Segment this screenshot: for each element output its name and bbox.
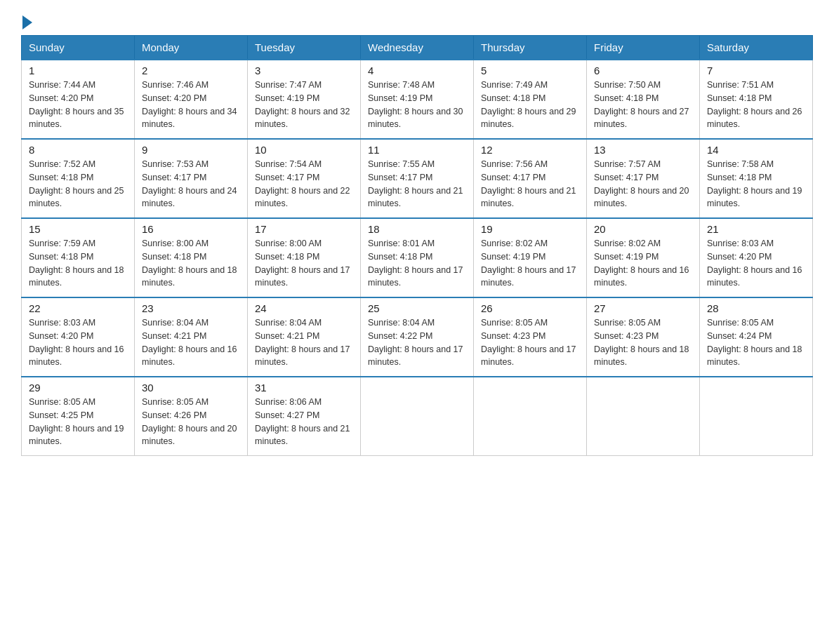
calendar-day-cell: 24 Sunrise: 8:04 AM Sunset: 4:21 PM Dayl… <box>248 297 361 377</box>
day-info: Sunrise: 7:54 AM Sunset: 4:17 PM Dayligh… <box>255 158 353 210</box>
calendar-week-row: 1 Sunrise: 7:44 AM Sunset: 4:20 PM Dayli… <box>22 60 813 139</box>
calendar-day-cell: 18 Sunrise: 8:01 AM Sunset: 4:18 PM Dayl… <box>361 218 474 297</box>
day-number: 8 <box>29 144 127 156</box>
day-info: Sunrise: 8:00 AM Sunset: 4:18 PM Dayligh… <box>255 237 353 290</box>
calendar-day-cell: 14 Sunrise: 7:58 AM Sunset: 4:18 PM Dayl… <box>700 139 813 218</box>
calendar-day-cell: 13 Sunrise: 7:57 AM Sunset: 4:17 PM Dayl… <box>587 139 700 218</box>
day-number: 27 <box>594 302 692 314</box>
calendar-day-cell: 6 Sunrise: 7:50 AM Sunset: 4:18 PM Dayli… <box>587 60 700 139</box>
calendar-day-cell: 9 Sunrise: 7:53 AM Sunset: 4:17 PM Dayli… <box>135 139 248 218</box>
day-info: Sunrise: 7:53 AM Sunset: 4:17 PM Dayligh… <box>142 158 240 210</box>
day-number: 5 <box>481 65 579 76</box>
day-number: 1 <box>29 65 127 76</box>
day-number: 2 <box>142 65 240 76</box>
day-number: 21 <box>707 223 805 235</box>
calendar-day-cell: 22 Sunrise: 8:03 AM Sunset: 4:20 PM Dayl… <box>22 297 135 377</box>
calendar-day-cell: 16 Sunrise: 8:00 AM Sunset: 4:18 PM Dayl… <box>135 218 248 297</box>
day-info: Sunrise: 8:04 AM Sunset: 4:22 PM Dayligh… <box>368 316 466 369</box>
calendar-day-cell: 15 Sunrise: 7:59 AM Sunset: 4:18 PM Dayl… <box>22 218 135 297</box>
calendar-week-row: 22 Sunrise: 8:03 AM Sunset: 4:20 PM Dayl… <box>22 297 813 377</box>
calendar-week-row: 29 Sunrise: 8:05 AM Sunset: 4:25 PM Dayl… <box>22 377 813 456</box>
calendar-day-cell: 30 Sunrise: 8:05 AM Sunset: 4:26 PM Dayl… <box>135 377 248 456</box>
day-info: Sunrise: 7:55 AM Sunset: 4:17 PM Dayligh… <box>368 158 466 210</box>
day-number: 18 <box>368 223 466 235</box>
day-info: Sunrise: 8:06 AM Sunset: 4:27 PM Dayligh… <box>255 396 353 448</box>
day-info: Sunrise: 8:04 AM Sunset: 4:21 PM Dayligh… <box>142 316 240 369</box>
calendar-day-cell: 21 Sunrise: 8:03 AM Sunset: 4:20 PM Dayl… <box>700 218 813 297</box>
empty-cell <box>587 377 700 456</box>
day-number: 24 <box>255 302 353 314</box>
calendar-weekday-monday: Monday <box>135 36 248 60</box>
day-info: Sunrise: 8:05 AM Sunset: 4:23 PM Dayligh… <box>481 316 579 369</box>
day-info: Sunrise: 7:49 AM Sunset: 4:18 PM Dayligh… <box>481 79 579 131</box>
day-number: 11 <box>368 144 466 156</box>
day-info: Sunrise: 7:59 AM Sunset: 4:18 PM Dayligh… <box>29 237 127 290</box>
calendar-day-cell: 23 Sunrise: 8:04 AM Sunset: 4:21 PM Dayl… <box>135 297 248 377</box>
calendar-day-cell: 7 Sunrise: 7:51 AM Sunset: 4:18 PM Dayli… <box>700 60 813 139</box>
day-info: Sunrise: 8:01 AM Sunset: 4:18 PM Dayligh… <box>368 237 466 290</box>
day-info: Sunrise: 7:48 AM Sunset: 4:19 PM Dayligh… <box>368 79 466 131</box>
day-info: Sunrise: 7:56 AM Sunset: 4:17 PM Dayligh… <box>481 158 579 210</box>
calendar-day-cell: 1 Sunrise: 7:44 AM Sunset: 4:20 PM Dayli… <box>22 60 135 139</box>
day-number: 19 <box>481 223 579 235</box>
day-info: Sunrise: 7:50 AM Sunset: 4:18 PM Dayligh… <box>594 79 692 131</box>
calendar-weekday-tuesday: Tuesday <box>248 36 361 60</box>
day-info: Sunrise: 8:02 AM Sunset: 4:19 PM Dayligh… <box>594 237 692 290</box>
day-number: 9 <box>142 144 240 156</box>
day-info: Sunrise: 8:03 AM Sunset: 4:20 PM Dayligh… <box>29 316 127 369</box>
day-number: 26 <box>481 302 579 314</box>
day-number: 7 <box>707 65 805 76</box>
calendar-weekday-friday: Friday <box>587 36 700 60</box>
empty-cell <box>361 377 474 456</box>
calendar-day-cell: 5 Sunrise: 7:49 AM Sunset: 4:18 PM Dayli… <box>474 60 587 139</box>
day-info: Sunrise: 8:05 AM Sunset: 4:23 PM Dayligh… <box>594 316 692 369</box>
calendar-day-cell: 28 Sunrise: 8:05 AM Sunset: 4:24 PM Dayl… <box>700 297 813 377</box>
page-header <box>21 14 813 28</box>
logo <box>21 14 32 28</box>
day-number: 29 <box>29 382 127 394</box>
calendar-week-row: 8 Sunrise: 7:52 AM Sunset: 4:18 PM Dayli… <box>22 139 813 218</box>
calendar-day-cell: 11 Sunrise: 7:55 AM Sunset: 4:17 PM Dayl… <box>361 139 474 218</box>
day-number: 20 <box>594 223 692 235</box>
empty-cell <box>700 377 813 456</box>
day-number: 15 <box>29 223 127 235</box>
calendar-day-cell: 17 Sunrise: 8:00 AM Sunset: 4:18 PM Dayl… <box>248 218 361 297</box>
day-number: 22 <box>29 302 127 314</box>
day-number: 6 <box>594 65 692 76</box>
day-number: 17 <box>255 223 353 235</box>
day-info: Sunrise: 8:04 AM Sunset: 4:21 PM Dayligh… <box>255 316 353 369</box>
calendar-day-cell: 3 Sunrise: 7:47 AM Sunset: 4:19 PM Dayli… <box>248 60 361 139</box>
calendar-day-cell: 29 Sunrise: 8:05 AM Sunset: 4:25 PM Dayl… <box>22 377 135 456</box>
day-info: Sunrise: 7:44 AM Sunset: 4:20 PM Dayligh… <box>29 79 127 131</box>
day-number: 25 <box>368 302 466 314</box>
calendar-day-cell: 26 Sunrise: 8:05 AM Sunset: 4:23 PM Dayl… <box>474 297 587 377</box>
calendar-day-cell: 27 Sunrise: 8:05 AM Sunset: 4:23 PM Dayl… <box>587 297 700 377</box>
day-number: 4 <box>368 65 466 76</box>
calendar-weekday-saturday: Saturday <box>700 36 813 60</box>
calendar-weekday-thursday: Thursday <box>474 36 587 60</box>
day-number: 3 <box>255 65 353 76</box>
day-info: Sunrise: 7:51 AM Sunset: 4:18 PM Dayligh… <box>707 79 805 131</box>
day-number: 23 <box>142 302 240 314</box>
empty-cell <box>474 377 587 456</box>
day-number: 16 <box>142 223 240 235</box>
calendar-day-cell: 20 Sunrise: 8:02 AM Sunset: 4:19 PM Dayl… <box>587 218 700 297</box>
calendar-day-cell: 25 Sunrise: 8:04 AM Sunset: 4:22 PM Dayl… <box>361 297 474 377</box>
day-info: Sunrise: 7:52 AM Sunset: 4:18 PM Dayligh… <box>29 158 127 210</box>
day-number: 28 <box>707 302 805 314</box>
day-number: 12 <box>481 144 579 156</box>
day-number: 14 <box>707 144 805 156</box>
day-info: Sunrise: 7:57 AM Sunset: 4:17 PM Dayligh… <box>594 158 692 210</box>
day-info: Sunrise: 8:02 AM Sunset: 4:19 PM Dayligh… <box>481 237 579 290</box>
calendar-day-cell: 19 Sunrise: 8:02 AM Sunset: 4:19 PM Dayl… <box>474 218 587 297</box>
day-info: Sunrise: 8:05 AM Sunset: 4:25 PM Dayligh… <box>29 396 127 448</box>
calendar-table: SundayMondayTuesdayWednesdayThursdayFrid… <box>21 35 813 456</box>
calendar-day-cell: 12 Sunrise: 7:56 AM Sunset: 4:17 PM Dayl… <box>474 139 587 218</box>
calendar-day-cell: 2 Sunrise: 7:46 AM Sunset: 4:20 PM Dayli… <box>135 60 248 139</box>
day-number: 13 <box>594 144 692 156</box>
day-number: 30 <box>142 382 240 394</box>
day-info: Sunrise: 8:05 AM Sunset: 4:24 PM Dayligh… <box>707 316 805 369</box>
logo-triangle-icon <box>22 15 32 29</box>
day-info: Sunrise: 8:00 AM Sunset: 4:18 PM Dayligh… <box>142 237 240 290</box>
calendar-day-cell: 31 Sunrise: 8:06 AM Sunset: 4:27 PM Dayl… <box>248 377 361 456</box>
